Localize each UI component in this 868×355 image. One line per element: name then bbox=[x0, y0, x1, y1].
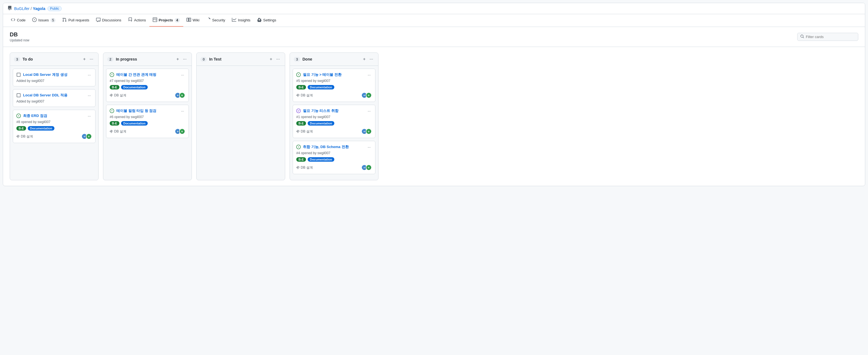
card-done-2-avatars: A B bbox=[361, 128, 372, 135]
card-done-2-meta: #1 opened by swgil007 bbox=[296, 115, 372, 119]
label-doc-ip1: Documentation bbox=[121, 85, 148, 89]
column-inprogress-add-button[interactable]: + bbox=[175, 56, 180, 62]
tab-pullrequests[interactable]: Pull requests bbox=[59, 14, 92, 27]
title-bar: BuGLifer / Yagola Public bbox=[3, 3, 865, 14]
column-inprogress-title: In progress bbox=[116, 57, 137, 61]
project-title-area: DB Updated now bbox=[10, 31, 29, 42]
column-done-add-button[interactable]: + bbox=[362, 56, 367, 62]
card-done-3-footer: DB 설계 A B bbox=[296, 165, 372, 171]
column-done-count: 3 bbox=[294, 57, 300, 62]
repo-link[interactable]: Yagola bbox=[33, 6, 45, 11]
card-done-1-meta: #5 opened by swgil007 bbox=[296, 79, 372, 83]
repo-icon bbox=[7, 6, 12, 11]
card-todo-1-menu-button[interactable]: ··· bbox=[87, 72, 92, 78]
card-done-3-labels: B-E Documentation bbox=[296, 157, 372, 162]
card-todo-1: Local DB Server 계정 생성 ··· Added by swgil… bbox=[13, 69, 95, 86]
projects-icon bbox=[153, 18, 157, 23]
card-done-3-title-area: 취합 기능, DB Schema 전환 bbox=[296, 144, 349, 150]
column-inprogress: 2 In progress + ··· 테이블 간 bbox=[103, 53, 192, 180]
avatar-b-done2: B bbox=[366, 128, 372, 135]
card-todo-2-title[interactable]: Local DB Server DDL 적용 bbox=[23, 93, 67, 98]
closed-issue-icon-done2 bbox=[296, 109, 301, 114]
card-todo-2-menu-button[interactable]: ··· bbox=[87, 93, 92, 98]
draft-issue-icon bbox=[17, 72, 21, 78]
card-todo-1-header: Local DB Server 계정 생성 ··· bbox=[17, 72, 92, 78]
card-done-1-labels: B-E Documentation bbox=[296, 85, 372, 89]
settings-icon bbox=[257, 18, 261, 23]
card-done-3-menu-button[interactable]: ··· bbox=[367, 144, 372, 150]
label-be-done2: B-E bbox=[296, 121, 306, 125]
project-header: DB Updated now bbox=[3, 27, 865, 47]
column-intest-title-area: 0 In Test bbox=[200, 57, 221, 62]
column-todo-body: Local DB Server 계정 생성 ··· Added by swgil… bbox=[10, 66, 98, 180]
open-issue-icon-done1 bbox=[296, 72, 301, 78]
visibility-badge: Public bbox=[48, 6, 62, 11]
card-ip-1-menu-button[interactable]: ··· bbox=[180, 72, 185, 78]
avatar-b: B bbox=[86, 133, 92, 140]
search-icon bbox=[800, 34, 804, 39]
column-intest-menu-button[interactable]: ··· bbox=[275, 56, 281, 62]
column-done-header: 3 Done + ··· bbox=[290, 53, 378, 66]
card-ip-1-title-area: 테이블 간 연관 관계 매핑 bbox=[110, 72, 156, 78]
tab-code-label: Code bbox=[17, 18, 26, 22]
card-ip-2-menu-button[interactable]: ··· bbox=[180, 108, 185, 114]
card-ip-1-avatars: A B bbox=[175, 92, 185, 98]
card-ip-2-title[interactable]: 테이블 컬럼 타입 등 점검 bbox=[116, 108, 156, 113]
label-be-ip1: B-E bbox=[110, 85, 119, 89]
column-todo-menu-button[interactable]: ··· bbox=[89, 56, 94, 62]
card-todo-1-title[interactable]: Local DB Server 계정 생성 bbox=[23, 72, 67, 77]
card-done-2-menu-button[interactable]: ··· bbox=[367, 108, 372, 114]
pr-icon bbox=[62, 18, 67, 23]
card-ip-2-footer: DB 설계 A B bbox=[110, 128, 185, 135]
column-intest: 0 In Test + ··· bbox=[196, 53, 285, 180]
project-updated: Updated now bbox=[10, 38, 29, 42]
tab-discussions[interactable]: Discussions bbox=[93, 14, 125, 27]
card-todo-3-milestone: DB 설계 bbox=[17, 134, 33, 139]
avatar-b-ip2: B bbox=[179, 128, 185, 135]
column-inprogress-menu-button[interactable]: ··· bbox=[182, 56, 188, 62]
card-done-3-milestone: DB 설계 bbox=[296, 165, 313, 170]
tab-security-label: Security bbox=[212, 18, 225, 22]
card-done-1-avatars: A B bbox=[361, 92, 372, 98]
tab-actions[interactable]: Actions bbox=[125, 14, 149, 27]
tab-wiki[interactable]: Wiki bbox=[183, 14, 203, 27]
tab-settings-label: Settings bbox=[263, 18, 276, 22]
issues-count: 5 bbox=[51, 18, 56, 23]
card-todo-3-title[interactable]: 최종 ERD 점검 bbox=[23, 113, 47, 118]
card-done-3-title[interactable]: 취합 기능, DB Schema 전환 bbox=[303, 144, 349, 149]
card-todo-2-title-area: Local DB Server DDL 적용 bbox=[17, 93, 67, 98]
card-done-2: 필요 기능 리스트 취합 ··· #1 opened by swgil007 B… bbox=[293, 105, 375, 138]
card-done-2-title-area: 필요 기능 리스트 취합 bbox=[296, 108, 339, 114]
tab-insights[interactable]: Insights bbox=[228, 14, 254, 27]
open-issue-icon-ip2 bbox=[110, 109, 114, 114]
card-todo-3-avatars: A B bbox=[81, 133, 92, 140]
card-done-2-labels: B-E Documentation bbox=[296, 121, 372, 125]
column-done-menu-button[interactable]: ··· bbox=[369, 56, 374, 62]
owner-link[interactable]: BuGLifer bbox=[14, 6, 29, 11]
card-ip-2-title-area: 테이블 컬럼 타입 등 점검 bbox=[110, 108, 156, 114]
card-done-3-header: 취합 기능, DB Schema 전환 ··· bbox=[296, 144, 372, 150]
tab-settings[interactable]: Settings bbox=[254, 14, 280, 27]
tab-issues-label: Issues bbox=[38, 18, 49, 22]
card-done-1-menu-button[interactable]: ··· bbox=[367, 72, 372, 78]
filter-cards-input[interactable] bbox=[806, 35, 855, 39]
open-issue-icon-ip1 bbox=[110, 72, 114, 78]
tab-wiki-label: Wiki bbox=[193, 18, 199, 22]
column-todo-add-button[interactable]: + bbox=[82, 56, 87, 62]
tab-security[interactable]: Security bbox=[203, 14, 228, 27]
card-todo-2: Local DB Server DDL 적용 ··· Added by swgi… bbox=[13, 89, 95, 107]
label-doc-done1: Documentation bbox=[308, 85, 334, 89]
kanban-board: 3 To do + ··· Local DB Ser bbox=[3, 47, 865, 186]
card-done-1-footer: DB 설계 A B bbox=[296, 92, 372, 98]
card-ip-1-title[interactable]: 테이블 간 연관 관계 매핑 bbox=[116, 72, 156, 77]
card-done-1-title[interactable]: 필요 기능 > 테이블 전환 bbox=[303, 72, 342, 77]
card-todo-1-added-by: Added by swgil007 bbox=[17, 79, 92, 83]
wiki-icon bbox=[187, 18, 191, 23]
column-intest-add-button[interactable]: + bbox=[269, 56, 273, 62]
card-todo-3-menu-button[interactable]: ··· bbox=[87, 113, 92, 119]
card-todo-3-footer: DB 설계 A B bbox=[17, 133, 92, 140]
card-done-2-title[interactable]: 필요 기능 리스트 취합 bbox=[303, 108, 339, 113]
tab-code[interactable]: Code bbox=[7, 14, 29, 27]
tab-issues[interactable]: Issues 5 bbox=[29, 14, 59, 27]
tab-projects[interactable]: Projects 4 bbox=[149, 14, 183, 27]
